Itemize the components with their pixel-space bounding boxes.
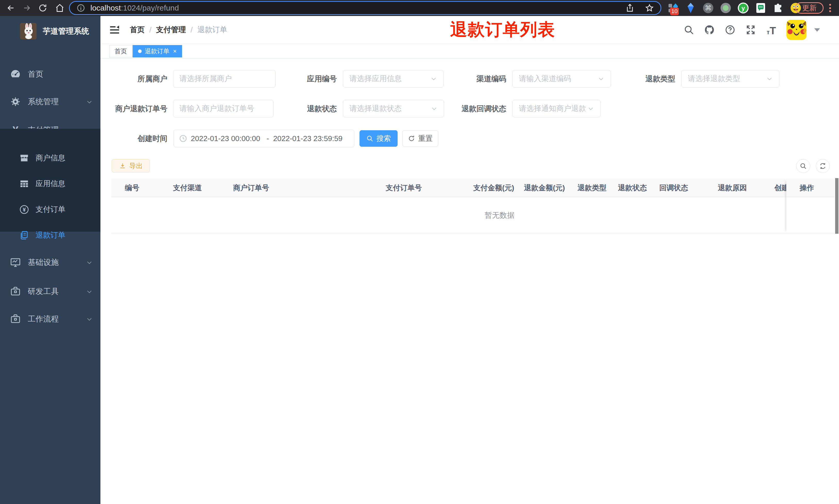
sidebar-item-merchant-info[interactable]: 商户信息 [0, 151, 101, 165]
filter-label-merchant-refund-no: 商户退款订单号 [85, 100, 167, 118]
ext-green-dot-icon[interactable] [720, 2, 731, 14]
sidebar-item-label: 商户信息 [36, 153, 66, 163]
breadcrumb-pay[interactable]: 支付管理 [156, 25, 186, 35]
export-button-label: 导出 [129, 161, 143, 170]
sidebar-item-refund-order[interactable]: 退款订单 [0, 228, 101, 242]
browser-menu-icon[interactable] [829, 3, 831, 13]
filter-label-create-time: 创建时间 [106, 130, 167, 147]
breadcrumb-current: 退款订单 [197, 25, 227, 35]
date-start-value[interactable]: 2022-01-23 00:00:00 [191, 134, 263, 143]
grid-icon [19, 179, 29, 189]
export-button[interactable]: 导出 [112, 159, 150, 173]
chevron-down-icon [86, 288, 93, 295]
tab-refund-order[interactable]: 退款订单 × [132, 45, 182, 57]
sidebar-item-dev-tools[interactable]: 研发工具 [0, 284, 101, 299]
ext-y-icon[interactable]: y [737, 2, 749, 14]
select-arrow-icon [587, 105, 594, 112]
filter-label-refund-status: 退款状态 [275, 100, 337, 118]
select-arrow-icon [766, 75, 773, 82]
ext-command-icon[interactable]: ⌘ [702, 2, 714, 14]
filter-label-channel: 渠道编码 [445, 70, 506, 88]
tab-label: 首页 [114, 47, 127, 55]
placeholder: 请选择退款状态 [350, 104, 429, 114]
app-logo [20, 23, 37, 39]
sidebar-item-home[interactable]: 首页 [0, 67, 101, 82]
workflow-icon [10, 313, 21, 325]
sidebar-item-infra[interactable]: 基础设施 [0, 255, 101, 270]
filter-input-merchant[interactable]: 请选择所属商户 [173, 70, 275, 88]
ext-gem-icon[interactable] [685, 2, 696, 14]
svg-text:⌘: ⌘ [705, 4, 712, 12]
refund-table: 编号 支付渠道 商户订单号 支付订单号 支付金额(元) 退款金额(元) 退款类型… [111, 179, 834, 234]
filter-select-channel[interactable]: 请输入渠道编码 [513, 70, 611, 88]
site-info-icon[interactable] [76, 4, 85, 12]
sidebar-item-label: 应用信息 [36, 179, 66, 189]
sidebar-item-label: 首页 [28, 69, 43, 79]
filter-select-refund-type[interactable]: 请选择退款类型 [681, 70, 779, 88]
filter-select-callback-status[interactable]: 请选择通知商户退款结果 [513, 100, 601, 118]
reset-button[interactable]: 重置 [402, 130, 438, 147]
app-logo-row[interactable]: 芋道管理系统 [0, 23, 101, 40]
placeholder: 请输入渠道编码 [519, 74, 596, 84]
top-navbar: 首页 / 支付管理 / 退款订单 退款订单列表 тT [101, 16, 839, 44]
sidebar-item-app-info[interactable]: 应用信息 [0, 177, 101, 191]
url-bar[interactable]: localhost:1024/pay/refund [69, 1, 661, 15]
help-icon[interactable] [725, 24, 735, 35]
search-icon[interactable] [683, 24, 694, 35]
ext-chat-icon[interactable] [755, 2, 766, 14]
back-icon[interactable] [6, 3, 15, 13]
col-refund-status: 退款状态 [618, 179, 647, 197]
col-pay-amount: 支付金额(元) [473, 179, 514, 197]
reset-button-label: 重置 [418, 133, 433, 143]
url-host: localhost [90, 4, 121, 12]
filter-select-app[interactable]: 请选择应用信息 [343, 70, 444, 88]
active-dot-icon [138, 50, 142, 53]
date-end-value[interactable]: 2022-01-23 23:59:59 [273, 134, 345, 143]
tab-home[interactable]: 首页 [109, 45, 132, 57]
url-path: :1024/pay/refund [121, 4, 179, 12]
reload-icon[interactable] [38, 3, 47, 13]
ext-badge: 10 [670, 7, 679, 15]
fixed-column-body [786, 197, 834, 233]
collapse-sidebar-icon[interactable] [109, 24, 120, 35]
avatar-dropdown-caret-icon[interactable] [814, 28, 820, 32]
show-search-toggle-button[interactable] [796, 159, 810, 173]
sidebar-item-workflow[interactable]: 工作流程 [0, 312, 101, 326]
user-avatar[interactable] [786, 20, 806, 40]
refresh-icon [408, 135, 415, 142]
sidebar-submenu-pay: 商户信息 应用信息 ¥ 支付订单 退款订单 [0, 129, 101, 232]
toolbox-icon [10, 286, 21, 297]
breadcrumb-home[interactable]: 首页 [130, 25, 145, 35]
col-create-time: 创建时间 [774, 179, 786, 197]
github-icon[interactable] [704, 24, 715, 35]
forward-icon[interactable] [22, 3, 31, 13]
font-size-icon[interactable]: тT [766, 24, 777, 35]
filter-input-merchant-refund-no[interactable]: 请输入商户退款订单号 [173, 100, 273, 118]
ext-tag-icon[interactable]: 10 [667, 2, 679, 14]
ext-puzzle-icon[interactable] [772, 2, 784, 14]
select-arrow-icon [598, 75, 604, 82]
select-arrow-icon [430, 75, 437, 82]
pay-circle-icon: ¥ [19, 204, 29, 215]
date-range-picker[interactable]: 2022-01-23 00:00:00 - 2022-01-23 23:59:5… [174, 130, 354, 147]
download-icon [119, 162, 126, 169]
col-id: 编号 [125, 179, 139, 197]
placeholder: 请选择所属商户 [179, 74, 269, 84]
table-body: 暂无数据 [111, 197, 834, 233]
home-icon[interactable] [55, 3, 65, 13]
fullscreen-icon[interactable] [745, 24, 756, 35]
share-icon[interactable] [626, 4, 634, 12]
bookmark-star-icon[interactable] [645, 4, 654, 12]
search-button[interactable]: 搜索 [359, 130, 398, 147]
refresh-table-button[interactable] [816, 159, 830, 173]
col-refund-reason: 退款原因 [718, 179, 747, 197]
vertical-scrollbar-thumb[interactable] [835, 178, 838, 234]
sidebar-item-pay-order[interactable]: ¥ 支付订单 [0, 202, 101, 217]
col-pay-order-no: 支付订单号 [386, 179, 422, 197]
browser-update-button[interactable]: 更新 [795, 2, 824, 14]
tab-close-icon[interactable]: × [173, 48, 177, 54]
breadcrumb-separator: / [191, 26, 193, 34]
breadcrumb: 首页 / 支付管理 / 退款订单 [130, 16, 227, 44]
sidebar: 芋道管理系统 首页 系统管理 ¥ 支付管理 [0, 16, 101, 504]
filter-label-merchant: 所属商户 [95, 70, 167, 88]
